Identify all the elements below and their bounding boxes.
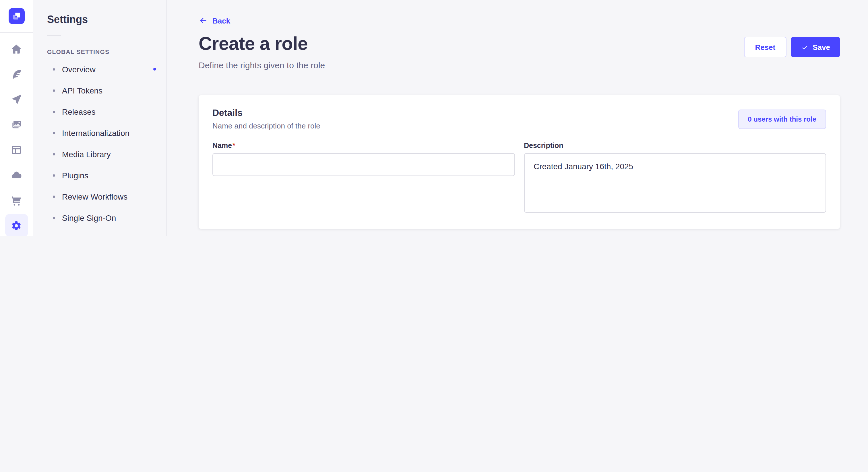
details-subtitle: Name and description of the role bbox=[212, 122, 320, 130]
details-card: Details Name and description of the role… bbox=[198, 95, 840, 229]
strapi-logo-icon[interactable] bbox=[9, 8, 25, 24]
bullet-icon bbox=[53, 68, 55, 70]
sidebar-item-label: Internationalization bbox=[62, 128, 129, 137]
bullet-icon bbox=[53, 110, 55, 113]
cart-icon[interactable] bbox=[5, 189, 28, 212]
sidebar-item-review-workflows[interactable]: Review Workflows bbox=[33, 186, 166, 207]
bullet-icon bbox=[53, 216, 55, 219]
page-header: Create a role Define the rights given to… bbox=[198, 33, 840, 70]
settings-sidebar: Settings GLOBAL SETTINGS Overview API To… bbox=[33, 0, 166, 236]
back-link[interactable]: Back bbox=[198, 16, 230, 25]
paper-plane-icon[interactable] bbox=[5, 88, 28, 111]
users-with-role-button[interactable]: 0 users with this role bbox=[738, 109, 826, 129]
strapi-settings-create-role-page: KD Settings GLOBAL SETTINGS Overview API… bbox=[0, 0, 868, 236]
sidebar-item-label: Media Library bbox=[62, 149, 111, 159]
check-icon bbox=[801, 43, 808, 51]
bullet-icon bbox=[53, 153, 55, 155]
bullet-icon bbox=[53, 195, 55, 198]
sidebar-item-releases[interactable]: Releases bbox=[33, 101, 166, 122]
sidebar-item-label: Overview bbox=[62, 65, 96, 74]
required-asterisk: * bbox=[232, 142, 236, 150]
sidebar-item-media-library[interactable]: Media Library bbox=[33, 143, 166, 165]
rail-nav bbox=[0, 37, 33, 236]
sidebar-title-divider bbox=[47, 35, 61, 36]
description-textarea[interactable]: Created January 16th, 2025 bbox=[524, 153, 826, 213]
bullet-icon bbox=[53, 174, 55, 176]
sidebar-item-label: Plugins bbox=[62, 171, 88, 180]
notification-dot bbox=[153, 68, 156, 71]
sidebar-title: Settings bbox=[47, 14, 166, 26]
save-button[interactable]: Save bbox=[791, 37, 840, 57]
page-subtitle: Define the rights given to the role bbox=[198, 60, 325, 70]
layout-icon[interactable] bbox=[5, 138, 28, 161]
sidebar-item-label: Single Sign-On bbox=[62, 213, 116, 222]
main-nav-rail: KD bbox=[0, 0, 33, 236]
media-library-icon[interactable] bbox=[5, 113, 28, 136]
back-label: Back bbox=[212, 16, 230, 25]
sidebar-item-overview[interactable]: Overview bbox=[33, 59, 166, 80]
sidebar-item-single-sign-on[interactable]: Single Sign-On bbox=[33, 207, 166, 228]
sidebar-item-internationalization[interactable]: Internationalization bbox=[33, 122, 166, 143]
page-title: Create a role bbox=[198, 33, 325, 55]
cloud-icon[interactable] bbox=[5, 164, 28, 187]
sidebar-item-label: Review Workflows bbox=[62, 192, 127, 201]
sidebar-item-plugins[interactable]: Plugins bbox=[33, 165, 166, 186]
section-label-global-settings: GLOBAL SETTINGS bbox=[47, 48, 166, 55]
main-content: Back Create a role Define the rights giv… bbox=[166, 0, 868, 236]
gear-icon[interactable] bbox=[5, 214, 28, 236]
feather-icon[interactable] bbox=[5, 63, 28, 86]
sidebar-item-label: Releases bbox=[62, 107, 96, 116]
sidebar-item-label: API Tokens bbox=[62, 86, 102, 95]
name-label: Name* bbox=[212, 142, 515, 150]
rail-divider bbox=[0, 32, 33, 33]
back-arrow-icon bbox=[198, 16, 208, 25]
header-actions: Reset Save bbox=[744, 37, 840, 57]
home-icon[interactable] bbox=[5, 37, 28, 60]
bullet-icon bbox=[53, 89, 55, 92]
sidebar-item-api-tokens[interactable]: API Tokens bbox=[33, 80, 166, 101]
bullet-icon bbox=[53, 132, 55, 134]
name-input[interactable] bbox=[212, 153, 515, 176]
description-label: Description bbox=[524, 142, 826, 150]
reset-button[interactable]: Reset bbox=[744, 37, 786, 57]
details-title: Details bbox=[212, 108, 320, 118]
sidebar-item-label: Transfer Tokens bbox=[62, 234, 119, 236]
sidebar-item-transfer-tokens[interactable]: Transfer Tokens bbox=[33, 228, 166, 236]
